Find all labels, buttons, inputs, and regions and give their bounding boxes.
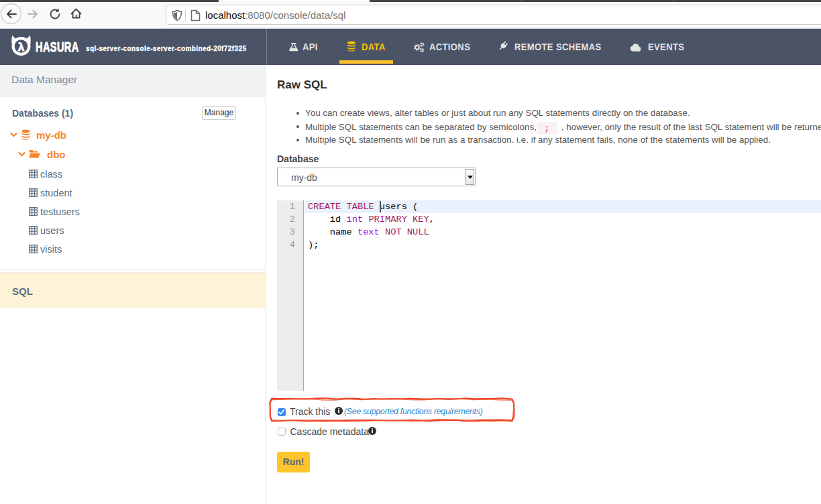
svg-text:λ: λ	[18, 41, 25, 54]
